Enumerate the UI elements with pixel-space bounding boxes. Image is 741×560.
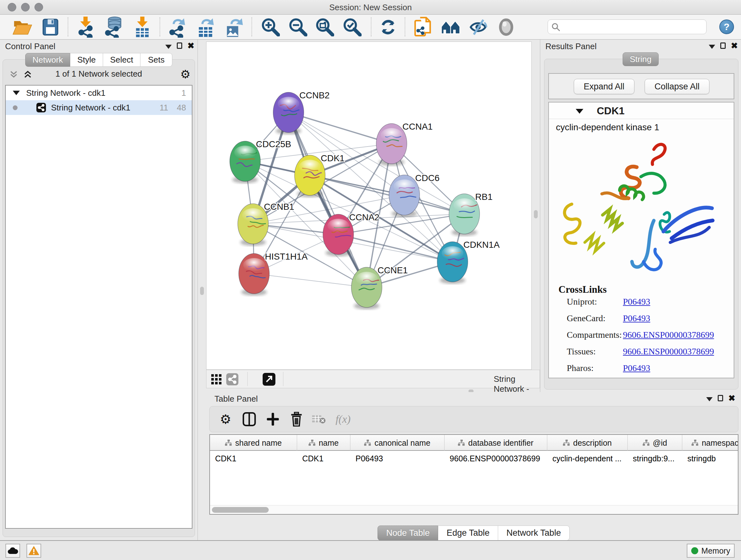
- network-node-HIST1H1A[interactable]: HIST1H1A: [239, 252, 308, 296]
- panel-float-icon[interactable]: [718, 395, 723, 401]
- import-table-icon[interactable]: [133, 17, 151, 38]
- hide-selected-icon[interactable]: [468, 18, 488, 36]
- show-columns-icon[interactable]: [243, 412, 256, 427]
- export-image-icon[interactable]: [224, 17, 243, 38]
- network-node-CDC25B[interactable]: CDC25B: [230, 139, 291, 183]
- network-row-selected[interactable]: String Network - cdk1 11 48: [6, 100, 192, 115]
- network-list: String Network - cdk1 1 String Network -…: [5, 85, 192, 529]
- toolbar-separator: [371, 17, 372, 37]
- create-column-plus-icon[interactable]: [266, 412, 279, 426]
- import-network-file-icon[interactable]: [77, 17, 94, 38]
- zoom-fit-icon[interactable]: [316, 18, 334, 37]
- control-panel-header: Control Panel ✖: [0, 40, 198, 52]
- column-header[interactable]: canonical name: [350, 435, 445, 451]
- string-documents-icon[interactable]: [414, 17, 432, 38]
- network-node-CCNA2[interactable]: CCNA2: [323, 212, 380, 256]
- tab-select[interactable]: Select: [103, 53, 140, 67]
- crosslink-genecard-link[interactable]: P06493: [623, 313, 650, 323]
- export-network-icon[interactable]: [167, 17, 186, 38]
- save-session-icon[interactable]: [42, 18, 59, 36]
- node-label: CDK1: [321, 153, 345, 163]
- grid-view-icon[interactable]: [211, 374, 222, 385]
- panel-close-icon[interactable]: ✖: [187, 42, 194, 50]
- network-graph[interactable]: CCNB2CCNA1CDC25BCDK1CDC6RB1CCNB1CCNA2CDK…: [206, 42, 531, 369]
- network-node-CCNB1[interactable]: CCNB1: [238, 202, 294, 246]
- network-collection-row[interactable]: String Network - cdk1 1: [6, 85, 192, 100]
- panel-float-icon[interactable]: [177, 43, 182, 49]
- results-panel-tabs: String: [540, 52, 741, 66]
- birds-eye-view-icon[interactable]: [263, 373, 275, 386]
- tab-network-table[interactable]: Network Table: [498, 525, 569, 541]
- export-table-icon[interactable]: [196, 17, 215, 38]
- import-network-database-icon[interactable]: [104, 17, 124, 38]
- crosslinks-heading: CrossLinks: [558, 284, 607, 295]
- network-node-CDKN1A[interactable]: CDKN1A: [437, 240, 500, 284]
- node-label: CCNB2: [299, 90, 330, 100]
- crosslink-row: GeneCard: P06493: [567, 313, 730, 328]
- table-settings-gear-icon[interactable]: ⚙: [220, 412, 231, 427]
- memory-button[interactable]: Memory: [687, 544, 735, 558]
- column-header[interactable]: description: [547, 435, 628, 451]
- refresh-layout-icon[interactable]: [379, 18, 397, 37]
- network-bullet-icon: [13, 105, 17, 110]
- help-button[interactable]: ?: [719, 19, 734, 34]
- string-results-container: Expand All Collapse All CDK1 cyclin-depe…: [544, 59, 738, 389]
- main-toolbar: ?: [0, 15, 741, 40]
- open-file-icon[interactable]: [12, 18, 32, 36]
- show-graphics-details-icon[interactable]: [497, 18, 515, 36]
- gene-entry-header[interactable]: CDK1: [549, 103, 734, 119]
- network-node-CCNA1[interactable]: CCNA1: [376, 122, 433, 166]
- crosslink-tissues-link[interactable]: 9606.ENSP00000378699: [623, 347, 714, 357]
- crosslink-compartments-link[interactable]: 9606.ENSP00000378699: [623, 330, 714, 340]
- panel-close-icon[interactable]: ✖: [731, 42, 738, 50]
- network-share-view-icon[interactable]: [226, 373, 239, 385]
- network-canvas[interactable]: CCNB2CCNA1CDC25BCDK1CDC6RB1CCNB1CCNA2CDK…: [206, 42, 532, 370]
- network-node-CCNE1[interactable]: CCNE1: [351, 265, 408, 309]
- tab-style[interactable]: Style: [70, 53, 103, 67]
- column-header[interactable]: name: [297, 435, 350, 451]
- function-builder-icon[interactable]: f(x): [335, 413, 350, 425]
- group-nodes-icon[interactable]: [441, 19, 461, 35]
- scrollbar-thumb[interactable]: [212, 507, 269, 513]
- tab-string[interactable]: String: [623, 52, 659, 66]
- panel-close-icon[interactable]: ✖: [728, 394, 735, 402]
- delete-table-icon[interactable]: [312, 414, 326, 425]
- panel-float-icon[interactable]: [720, 43, 726, 49]
- network-options-gear-icon[interactable]: ⚙: [180, 68, 191, 81]
- right-splitter[interactable]: [532, 40, 540, 392]
- gene-collapse-icon[interactable]: [576, 109, 583, 114]
- crosslink-row: Tissues: 9606.ENSP00000378699: [567, 347, 730, 361]
- tab-network[interactable]: Network: [25, 53, 70, 67]
- crosslink-pharos-link[interactable]: P06493: [623, 363, 650, 373]
- column-header[interactable]: @id: [628, 435, 682, 451]
- expand-all-button[interactable]: Expand All: [574, 79, 634, 94]
- network-node-CCNB2[interactable]: CCNB2: [273, 90, 330, 134]
- tab-sets[interactable]: Sets: [140, 53, 172, 67]
- toolbar-separator: [68, 17, 68, 37]
- node-table[interactable]: shared name name canonical name database…: [209, 434, 738, 515]
- tab-node-table[interactable]: Node Table: [378, 525, 438, 541]
- panel-collapse-icon[interactable]: [165, 45, 172, 49]
- left-splitter[interactable]: [198, 40, 206, 540]
- zoom-in-icon[interactable]: [261, 18, 280, 37]
- table-row[interactable]: CDK1 CDK1 P06493 9606.ENSP00000378699 cy…: [210, 451, 738, 465]
- collapse-all-button[interactable]: Collapse All: [645, 79, 710, 94]
- tree-expand-icon[interactable]: [13, 91, 20, 95]
- panel-collapse-icon[interactable]: [709, 45, 715, 49]
- network-node-count: 11: [159, 100, 168, 115]
- column-header[interactable]: namespace: [682, 435, 738, 451]
- delete-column-trash-icon[interactable]: [290, 412, 302, 427]
- tab-edge-table[interactable]: Edge Table: [438, 525, 498, 541]
- cloud-status-button[interactable]: [5, 544, 20, 558]
- warning-status-button[interactable]: [26, 544, 41, 558]
- panel-collapse-icon[interactable]: [706, 397, 713, 401]
- column-header[interactable]: shared name: [210, 435, 297, 451]
- crosslink-row: Uniprot: P06493: [567, 297, 730, 311]
- network-node-RB1[interactable]: RB1: [449, 192, 492, 236]
- horizontal-scrollbar[interactable]: [210, 505, 738, 514]
- crosslink-uniprot-link[interactable]: P06493: [623, 297, 650, 307]
- search-input[interactable]: [563, 20, 704, 33]
- zoom-selected-icon[interactable]: [343, 18, 361, 37]
- zoom-out-icon[interactable]: [289, 18, 307, 37]
- column-header[interactable]: database identifier: [445, 435, 547, 451]
